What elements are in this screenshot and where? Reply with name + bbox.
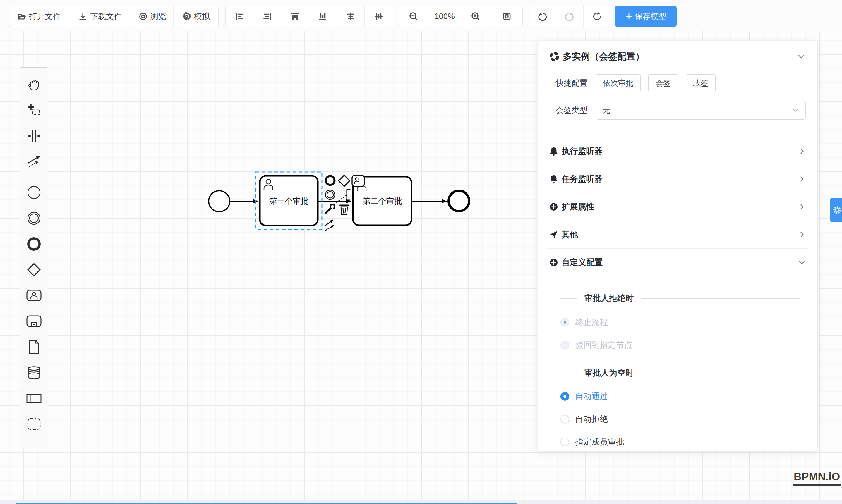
zoom-in-icon (471, 12, 480, 21)
zoom-in-button[interactable] (460, 6, 491, 26)
radio-button[interactable] (560, 437, 569, 446)
end-event[interactable] (449, 191, 469, 211)
bpmn-io-logo[interactable]: BPMN.iO (793, 471, 841, 486)
group-title-text: 审批人拒绝时 (584, 293, 634, 304)
section-other[interactable]: 其他 (549, 220, 806, 248)
gateway-icon (27, 263, 41, 277)
create-group[interactable] (23, 411, 45, 437)
section-task-listener[interactable]: 任务监听器 (549, 165, 806, 193)
redo-button[interactable] (556, 6, 583, 26)
radio-button[interactable] (560, 415, 569, 424)
save-model-button[interactable]: 保存模型 (615, 6, 677, 27)
quick-option-countersign[interactable]: 会签 (648, 74, 678, 92)
radio-label: 自动拒绝 (575, 414, 608, 425)
wrench-icon[interactable] (326, 203, 335, 213)
connect-tool[interactable] (23, 149, 45, 175)
data-store-icon (27, 366, 41, 379)
end-event-icon (27, 237, 41, 251)
align-top-button[interactable] (281, 6, 309, 26)
element-palette (20, 67, 48, 448)
create-data-store[interactable] (23, 360, 45, 385)
open-file-button[interactable]: 打开文件 (10, 6, 69, 26)
quick-option-sequential[interactable]: 依次审批 (596, 74, 641, 92)
create-start-event[interactable] (23, 180, 45, 205)
preview-label: 浏览 (151, 11, 166, 22)
create-participant[interactable] (23, 385, 45, 411)
append-end-event-icon[interactable] (326, 176, 334, 185)
panel-header[interactable]: 多实例（会签配置） (549, 48, 806, 65)
plus-icon (626, 13, 632, 20)
sign-type-select[interactable]: 无 (596, 101, 806, 120)
zoom-out-button[interactable] (398, 6, 429, 26)
align-top-icon (290, 12, 300, 21)
participant-pool-icon (27, 393, 41, 404)
chevron-down-icon (798, 258, 806, 266)
group-icon (27, 418, 41, 431)
section-label: 其他 (562, 229, 578, 240)
undo-button[interactable] (529, 6, 556, 26)
chevron-right-icon (798, 175, 806, 183)
download-file-button[interactable]: 下载文件 (69, 6, 131, 26)
radio-auto-pass[interactable]: 自动通过 (560, 391, 608, 402)
append-gateway-icon[interactable] (339, 175, 350, 186)
section-custom-config[interactable]: 自定义配置 (549, 248, 806, 276)
space-tool[interactable] (23, 123, 45, 149)
create-end-event[interactable] (23, 231, 45, 257)
section-extended-attributes[interactable]: 扩展属性 (549, 193, 806, 220)
align-bottom-button[interactable] (309, 6, 337, 26)
radio-button[interactable] (560, 392, 569, 401)
radio-label: 指定成员审批 (575, 436, 624, 448)
zoom-level-value: 100% (435, 12, 455, 21)
radio-terminate-process[interactable]: 终止流程 (560, 317, 608, 328)
create-gateway[interactable] (23, 257, 45, 283)
quick-config-label: 快捷配置 (549, 78, 587, 88)
simulate-button[interactable]: 模拟 (174, 6, 218, 26)
align-left-button[interactable] (226, 6, 253, 26)
chip-icon (182, 12, 191, 21)
radio-auto-reject[interactable]: 自动拒绝 (560, 414, 608, 425)
section-label: 执行监听器 (562, 146, 602, 157)
align-toolbar-group (225, 6, 393, 27)
chevron-down-icon (792, 107, 799, 114)
task-first-approval[interactable]: 第一个审批 (260, 176, 318, 226)
space-tool-icon (27, 129, 41, 143)
gear-icon (832, 205, 842, 215)
align-center-button[interactable] (337, 6, 365, 26)
hand-tool-icon (27, 77, 41, 92)
reject-group-title: 审批人拒绝时 (560, 293, 801, 304)
preview-button[interactable]: 浏览 (131, 6, 174, 26)
append-intermediate-event-icon[interactable] (326, 190, 335, 199)
radio-button[interactable] (560, 341, 569, 349)
zoom-level-display[interactable]: 100% (429, 6, 461, 26)
refresh-button[interactable] (583, 6, 611, 26)
start-event[interactable] (209, 191, 230, 212)
align-right-button[interactable] (253, 6, 281, 26)
trash-icon[interactable] (340, 205, 348, 214)
append-user-task-icon[interactable] (352, 175, 364, 186)
radio-label: 驳回到指定节点 (575, 340, 632, 351)
radio-assign-member[interactable]: 指定成员审批 (560, 436, 624, 448)
create-intermediate-event[interactable] (23, 205, 45, 231)
quick-option-orsign[interactable]: 或签 (686, 74, 716, 92)
sign-type-label: 会签类型 (549, 105, 587, 115)
radio-return-to-node[interactable]: 驳回到指定节点 (560, 340, 632, 351)
chevron-down-icon[interactable] (797, 52, 806, 61)
create-data-object[interactable] (23, 334, 45, 360)
sign-type-row: 会签类型 无 (549, 101, 806, 120)
radio-button[interactable] (560, 318, 569, 327)
folder-open-icon (18, 12, 27, 21)
connect-icon[interactable] (325, 220, 334, 231)
subprocess-icon (27, 315, 41, 328)
create-subprocess[interactable] (23, 308, 45, 334)
hand-tool[interactable] (23, 72, 45, 97)
panel-divider (547, 69, 808, 69)
settings-tab[interactable] (830, 198, 842, 222)
task2-label: 第二个审批 (363, 197, 402, 205)
lasso-tool[interactable] (23, 97, 45, 123)
create-user-task[interactable] (23, 283, 45, 308)
group-title-text: 审批人为空时 (584, 367, 634, 379)
align-middle-button[interactable] (365, 6, 392, 26)
horizontal-scrollbar-thumb[interactable] (16, 503, 517, 504)
section-execution-listener[interactable]: 执行监听器 (549, 137, 806, 165)
fit-viewport-button[interactable] (491, 6, 523, 26)
